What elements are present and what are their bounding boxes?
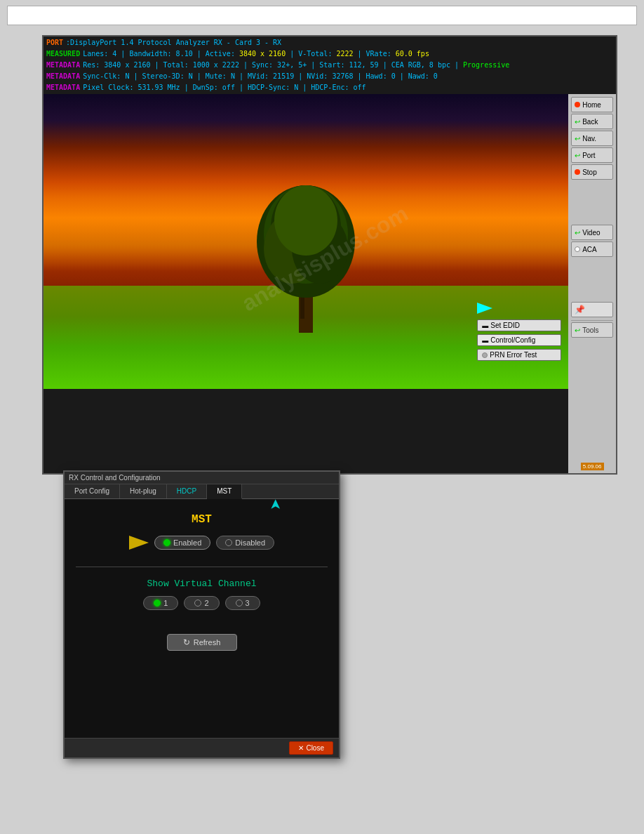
refresh-button[interactable]: ↻ Refresh [167,634,237,651]
show-vc-title: Show Virtual Channel [76,578,328,589]
metadata-label-3: METADATA [46,82,80,93]
home-icon [575,102,580,107]
rx-footer: ✕ Close [65,738,339,757]
mst-buttons: Enabled Disabled [76,536,328,550]
tab-mst[interactable]: MST [207,484,242,499]
analyzer-window: PORT :DisplayPort 1.4 Protocol Analyzer … [42,35,617,475]
aca-button[interactable]: ACA [571,241,613,257]
mst-disabled-button[interactable]: Disabled [216,536,274,550]
close-icon: ✕ [298,744,304,752]
close-button[interactable]: ✕ Close [289,741,333,755]
tools-icon: ↩ [575,326,580,334]
tools-section: ↩ Tools [571,320,613,338]
tools-button[interactable]: ↩ Tools [571,322,613,338]
port-button[interactable]: ↩ Port [571,147,613,163]
divider [76,567,328,567]
rx-content: MST Enabled Disabled Show Virtual Channe… [65,499,339,738]
vc-channel-2-button[interactable]: 2 [184,596,219,610]
video-overlay-buttons: ▬ Set EDID ▬ Control/Config PRN Error Te… [477,303,561,361]
metadata-info-3: Pixel Clock: 531.93 MHz | DwnSp: off | H… [83,82,365,93]
set-edid-icon: ▬ [482,322,488,329]
tab-hot-plug[interactable]: Hot-plug [120,484,167,498]
mst-enabled-arrow [129,536,149,550]
tab-hdcp[interactable]: HDCP [167,484,207,498]
vc-channel-3-button[interactable]: 3 [225,596,260,610]
metadata-info-1: Res: 3840 x 2160 | Total: 1000 x 2222 | … [83,60,509,71]
tab-port-config[interactable]: Port Config [65,484,120,498]
svg-point-7 [274,185,337,256]
stop-button[interactable]: Stop [571,164,613,180]
rx-title-bar: RX Control and Configuration [65,472,339,484]
info-bar: PORT :DisplayPort 1.4 Protocol Analyzer … [43,37,616,94]
pin-button[interactable]: 📌 [571,302,613,317]
tree-graphic [250,178,362,333]
disabled-radio-icon [225,539,232,546]
home-button[interactable]: Home [571,97,613,112]
mst-tab-arrow: ➤ [267,498,283,510]
video-display: ▬ Set EDID ▬ Control/Config PRN Error Te… [43,94,568,389]
vc3-radio-icon [236,600,243,607]
prn-radio-icon [482,352,488,358]
rx-title: RX Control and Configuration [69,474,161,482]
mst-title: MST [76,513,328,526]
measured-info: Lanes: 4 | Bandwidth: 8.10 | Active: 384… [83,48,429,60]
right-sidebar: Home ↩ Back ↩ Nav. ↩ Port Stop ↩ Video [568,94,616,473]
nav-button[interactable]: ↩ Nav. [571,131,613,146]
back-button[interactable]: ↩ Back [571,114,613,129]
prn-error-test-button[interactable]: PRN Error Test [477,349,561,361]
control-config-arrow [477,303,492,314]
video-button[interactable]: ↩ Video [571,225,613,240]
aca-icon [575,246,580,252]
vc-channel-1-button[interactable]: 1 [143,596,178,610]
video-icon: ↩ [575,229,580,237]
rx-tabs: Port Config Hot-plug HDCP MST [65,484,339,499]
mst-enabled-button[interactable]: Enabled [154,536,210,550]
vc1-radio-icon [154,600,161,607]
refresh-icon: ↻ [183,637,190,647]
enabled-radio-icon [163,539,170,546]
control-config-button[interactable]: ▬ Control/Config [477,334,561,346]
nav-icon: ↩ [575,135,580,143]
back-icon: ↩ [575,118,580,126]
vc2-radio-icon [194,600,201,607]
metadata-label-1: METADATA [46,60,80,71]
pin-icon: 📌 [575,305,585,315]
measured-label: MEASURED [46,48,80,60]
address-bar[interactable] [7,6,637,25]
version-badge: 5.09.06 [581,463,604,470]
vc-buttons: 1 2 3 [76,596,328,610]
metadata-info-2: Sync-Clk: N | Stereo-3D: N | Mute: N | M… [83,71,438,82]
port-icon: ↩ [575,152,580,159]
metadata-label-2: METADATA [46,71,80,82]
rx-control-window: RX Control and Configuration Port Config… [63,470,340,759]
stop-icon [575,169,580,175]
control-config-icon: ▬ [482,337,488,344]
analyzer-body: ▬ Set EDID ▬ Control/Config PRN Error Te… [43,94,616,473]
port-info: :DisplayPort 1.4 Protocol Analyzer RX - … [66,37,281,48]
set-edid-button[interactable]: ▬ Set EDID [477,319,561,331]
port-label: PORT [46,37,63,48]
